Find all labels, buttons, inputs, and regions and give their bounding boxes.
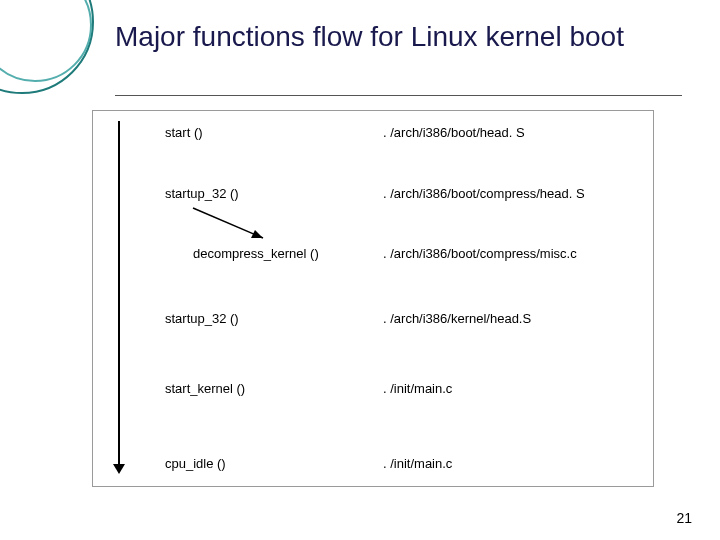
svg-line-0 <box>193 208 263 238</box>
flow-row: decompress_kernel () . /arch/i386/boot/c… <box>93 246 653 270</box>
ring-icon <box>0 0 92 82</box>
diagram-container: start () . /arch/i386/boot/head. S start… <box>92 110 654 487</box>
function-label: start_kernel () <box>165 381 245 396</box>
file-path: . /arch/i386/boot/compress/head. S <box>383 186 585 201</box>
function-label: cpu_idle () <box>165 456 226 471</box>
function-label: startup_32 () <box>165 311 239 326</box>
file-path: . /init/main.c <box>383 456 452 471</box>
function-label: start () <box>165 125 203 140</box>
title-underline <box>115 95 682 96</box>
flow-row: start_kernel () . /init/main.c <box>93 381 653 405</box>
flow-row: startup_32 () . /arch/i386/boot/compress… <box>93 186 653 210</box>
function-label: decompress_kernel () <box>193 246 319 261</box>
file-path: . /arch/i386/kernel/head.S <box>383 311 531 326</box>
file-path: . /arch/i386/boot/compress/misc.c <box>383 246 577 261</box>
flow-row: startup_32 () . /arch/i386/kernel/head.S <box>93 311 653 335</box>
function-label: startup_32 () <box>165 186 239 201</box>
branch-arrow-icon <box>188 203 278 248</box>
timeline-arrow-icon <box>118 121 120 466</box>
flow-row: cpu_idle () . /init/main.c <box>93 456 653 480</box>
ring-icon <box>0 0 94 94</box>
flow-row: start () . /arch/i386/boot/head. S <box>93 125 653 149</box>
file-path: . /arch/i386/boot/head. S <box>383 125 525 140</box>
corner-decoration <box>0 0 90 90</box>
file-path: . /init/main.c <box>383 381 452 396</box>
page-number: 21 <box>676 510 692 526</box>
page-title: Major functions flow for Linux kernel bo… <box>115 20 670 54</box>
slide: Major functions flow for Linux kernel bo… <box>0 0 720 540</box>
